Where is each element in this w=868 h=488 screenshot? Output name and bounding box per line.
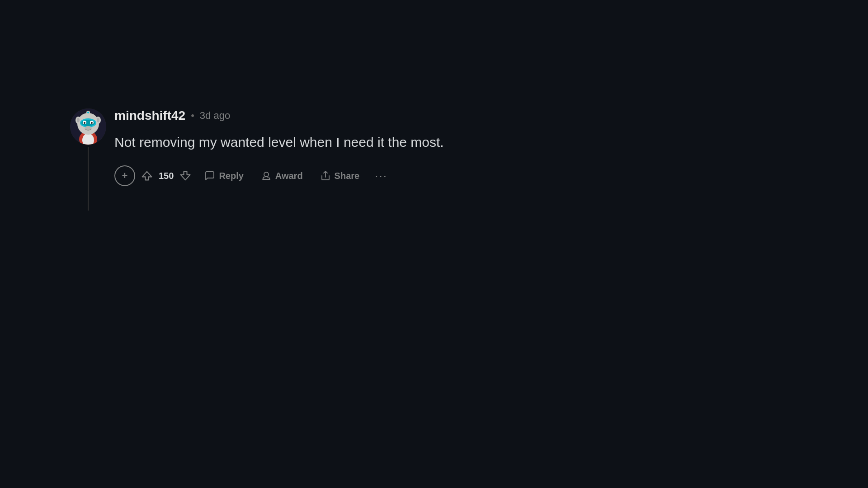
vote-count: 150 <box>159 171 174 181</box>
comment-block: mindshift42 • 3d ago Not removing my wan… <box>70 108 444 211</box>
reply-label: Reply <box>219 171 243 181</box>
reply-button[interactable]: Reply <box>197 167 250 185</box>
more-options-button[interactable]: ··· <box>369 166 393 186</box>
avatar <box>70 108 106 145</box>
svg-point-12 <box>84 122 85 124</box>
downvote-button[interactable] <box>176 167 194 185</box>
svg-point-7 <box>97 118 99 122</box>
comment-content: mindshift42 • 3d ago Not removing my wan… <box>114 108 444 186</box>
separator: • <box>191 110 194 122</box>
comment-text: Not removing my wanted level when I need… <box>114 133 444 152</box>
svg-point-6 <box>77 118 80 122</box>
share-label: Share <box>335 171 360 181</box>
left-column <box>70 108 106 211</box>
award-button[interactable]: Award <box>254 167 310 185</box>
award-label: Award <box>275 171 303 181</box>
thread-line <box>88 147 89 211</box>
svg-point-18 <box>264 172 269 177</box>
action-bar: + 150 Reply <box>114 165 444 186</box>
share-button[interactable]: Share <box>313 167 367 185</box>
svg-point-17 <box>87 112 89 113</box>
expand-button[interactable]: + <box>114 165 135 186</box>
svg-point-13 <box>91 122 93 124</box>
upvote-button[interactable] <box>138 167 156 185</box>
timestamp: 3d ago <box>200 110 230 122</box>
comment-header: mindshift42 • 3d ago <box>114 108 444 123</box>
username[interactable]: mindshift42 <box>114 108 185 123</box>
